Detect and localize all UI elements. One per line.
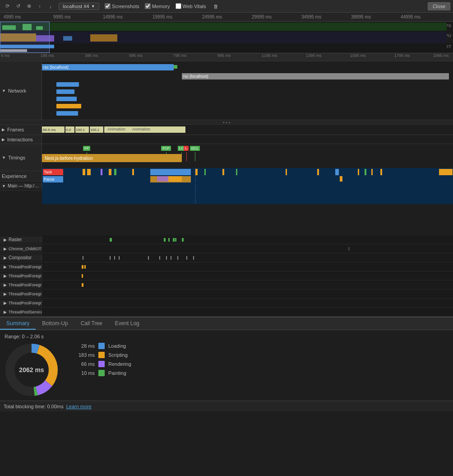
scroll-tick: 5 ms (1, 53, 10, 58)
task-chip: Task (43, 169, 63, 175)
session-label-text: localhost #4 (63, 4, 89, 9)
thread-pool-label-1[interactable]: ▶ ThreadPoolForegroundWorker (0, 264, 42, 270)
ruler-tick: 19995 ms (153, 14, 172, 19)
thread-pool-row-2: ▶ ThreadPoolForegroundWorker (0, 271, 453, 280)
tab-summary[interactable]: Summary (0, 318, 36, 330)
child-io-chevron[interactable]: ▶ (4, 247, 7, 251)
scroll-ruler: 5 ms 195 ms 395 ms 595 ms 795 ms 995 ms … (0, 53, 453, 61)
download-icon[interactable]: ↓ (46, 2, 55, 11)
l-marker: L (184, 145, 188, 150)
interactions-label[interactable]: ▶ Interactions (0, 135, 42, 144)
legend-row-loading: 28 ms Loading (72, 343, 131, 349)
network-sub-row (55, 96, 453, 102)
thread-service-content (42, 308, 453, 316)
blocking-time-text: Total blocking time: 0.00ms (4, 404, 64, 409)
parse-chip: Parse (43, 176, 63, 182)
interactions-chevron[interactable]: ▶ (2, 137, 5, 142)
main-chevron[interactable]: ▼ (2, 184, 6, 188)
summary-panel: Range: 0 – 2.06 s 2062 ms (0, 330, 453, 401)
thread-pool-label-2[interactable]: ▶ ThreadPoolForegroundWorker (0, 273, 42, 279)
interactions-section: ▶ Interactions (0, 135, 453, 144)
network-chevron[interactable]: ▼ (2, 89, 6, 93)
main-thread-label[interactable]: ▼ Main — http://localhost:3000/rsc (0, 183, 42, 189)
network-marker-green (174, 65, 177, 69)
learn-more-link[interactable]: Learn more (66, 404, 92, 409)
web-vitals-checkbox[interactable]: Web Vitals (176, 3, 206, 9)
back-icon[interactable]: ⟳ (3, 2, 12, 11)
expand-dots[interactable]: • • • (223, 120, 230, 125)
experience-label[interactable]: Experience (0, 171, 42, 181)
status-bar: Total blocking time: 0.00ms Learn more (0, 401, 453, 411)
thread-service-row: ▶ ThreadPoolServiceThread (0, 308, 453, 317)
main-thread-content: Task Parse (42, 168, 453, 204)
svg-rect-31 (365, 169, 366, 175)
dcl-marker: DCL (190, 145, 200, 150)
svg-rect-27 (317, 169, 319, 175)
scroll-tick: 595 ms (129, 53, 143, 58)
svg-rect-46 (119, 256, 120, 260)
stop-icon[interactable]: ⊗ (24, 2, 33, 11)
tab-bottom-up[interactable]: Bottom-Up (36, 318, 74, 330)
lower-panel: ▶ Raster ▶ Chrome_ChildIOThread ▶ Compos… (0, 235, 453, 317)
svg-rect-50 (171, 256, 171, 260)
network-sub-row (55, 103, 453, 109)
frame-bar: 100.1 (90, 126, 103, 133)
tab-call-tree[interactable]: Call Tree (74, 318, 109, 330)
network-bar-row-2: rsc (localhost) (42, 72, 453, 80)
thread-pool-label-4[interactable]: ▶ ThreadPoolForegroundWorker (0, 291, 42, 297)
svg-rect-48 (159, 256, 160, 260)
legend-table: 28 ms Loading 183 ms Scripting 66 ms Ren… (72, 343, 131, 376)
upload-icon[interactable]: ↑ (35, 2, 44, 11)
timings-chevron[interactable]: ▼ (2, 155, 6, 160)
network-bar-rsc2[interactable]: rsc (localhost) (182, 73, 449, 79)
network-bar-rsc1[interactable]: rsc (localhost) (42, 64, 174, 70)
legend-row-painting: 10 ms Painting (72, 370, 131, 376)
frames-chevron[interactable]: ▶ (2, 127, 5, 132)
svg-rect-22 (195, 169, 198, 175)
svg-rect-49 (166, 256, 167, 260)
animation-label: Animation (107, 127, 125, 131)
thread-service-label[interactable]: ▶ ThreadPoolServiceThread (0, 309, 42, 315)
compositor-label[interactable]: ▶ Compositor (0, 255, 42, 261)
legend-row-scripting: 183 ms Scripting (72, 352, 131, 358)
scroll-tick: 195 ms (41, 53, 54, 58)
ruler-tick: 29995 ms (252, 14, 272, 19)
close-button[interactable]: Close (428, 2, 450, 10)
screenshots-checkbox[interactable]: Screenshots (105, 3, 139, 9)
ruler-tick: 44995 ms (401, 14, 421, 19)
svg-rect-5 (0, 33, 36, 42)
loading-swatch (98, 343, 105, 349)
legend-row-rendering: 66 ms Rendering (72, 361, 131, 367)
svg-rect-55 (84, 265, 86, 269)
session-selector[interactable]: localhost #4 ▼ (59, 3, 99, 10)
interactions-content (42, 135, 453, 144)
trash-icon[interactable]: 🗑 (212, 2, 221, 11)
svg-rect-47 (148, 256, 149, 260)
session-dropdown-icon[interactable]: ▼ (91, 4, 95, 9)
compositor-chevron[interactable]: ▶ (4, 256, 7, 260)
network-label[interactable]: ▼ Network (0, 61, 42, 120)
thread-pool-row-1: ▶ ThreadPoolForegroundWorker (0, 262, 453, 271)
summary-content: 2062 ms 28 ms Loading 183 ms Scripting 6… (5, 343, 448, 397)
child-io-label[interactable]: ▶ Chrome_ChildIOThread (0, 246, 42, 252)
compositor-content (42, 253, 453, 262)
raster-chevron[interactable]: ▶ (4, 238, 7, 242)
scroll-tick: 795 ms (173, 53, 187, 58)
donut-chart: 2062 ms (5, 343, 59, 397)
toolbar-icons: ⟳ ↺ ⊗ ↑ ↓ (3, 2, 55, 11)
thread-pool-label-3[interactable]: ▶ ThreadPoolForegroundWorker (0, 282, 42, 288)
memory-checkbox[interactable]: Memory (145, 3, 170, 9)
svg-rect-26 (286, 169, 287, 175)
svg-rect-17 (132, 169, 134, 175)
ruler-tick: 14995 ms (103, 14, 123, 19)
frame-bar: 0.0 (65, 126, 74, 133)
timings-label[interactable]: ▼ Timings (0, 144, 42, 171)
frames-label[interactable]: ▶ Frames (0, 125, 42, 135)
reload-icon[interactable]: ↺ (14, 2, 23, 11)
svg-rect-9 (0, 43, 447, 53)
thread-pool-label-5[interactable]: ▶ ThreadPoolForegroundWorker (0, 300, 42, 306)
raster-label[interactable]: ▶ Raster (0, 237, 42, 243)
thread-pool-content-4 (42, 289, 453, 298)
svg-rect-24 (222, 169, 224, 175)
tab-event-log[interactable]: Event Log (109, 318, 146, 330)
